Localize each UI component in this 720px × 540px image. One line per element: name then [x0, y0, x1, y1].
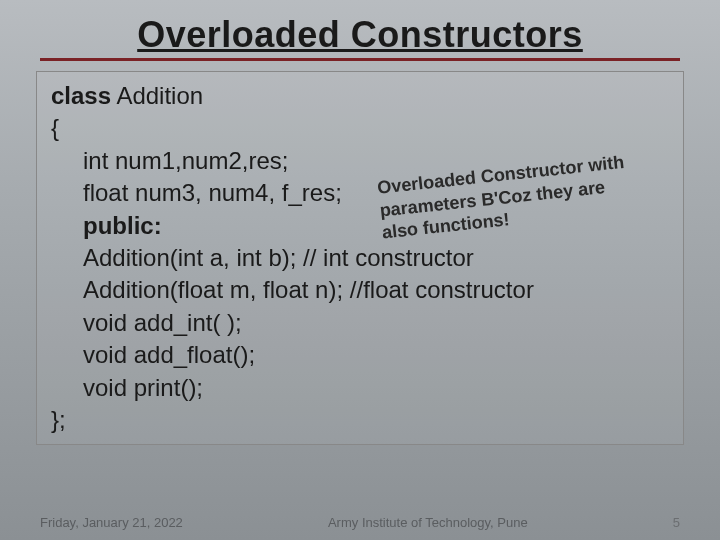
title-underline	[40, 58, 680, 61]
code-line-6: Addition(float m, float n); //float cons…	[51, 274, 669, 306]
keyword-class: class	[51, 82, 111, 109]
footer-date: Friday, January 21, 2022	[40, 515, 183, 530]
code-line-1: {	[51, 112, 669, 144]
code-line-10: };	[51, 404, 669, 436]
code-line-7: void add_int( );	[51, 307, 669, 339]
class-name: Addition	[111, 82, 203, 109]
slide-title: Overloaded Constructors	[0, 14, 720, 56]
footer-page-number: 5	[673, 515, 680, 530]
code-line-0: class Addition	[51, 80, 669, 112]
code-block: class Addition { int num1,num2,res; floa…	[36, 71, 684, 445]
code-line-8: void add_float();	[51, 339, 669, 371]
code-line-9: void print();	[51, 372, 669, 404]
footer-org: Army Institute of Technology, Pune	[328, 515, 528, 530]
code-line-5: Addition(int a, int b); // int construct…	[51, 242, 669, 274]
slide-footer: Friday, January 21, 2022 Army Institute …	[40, 515, 680, 530]
